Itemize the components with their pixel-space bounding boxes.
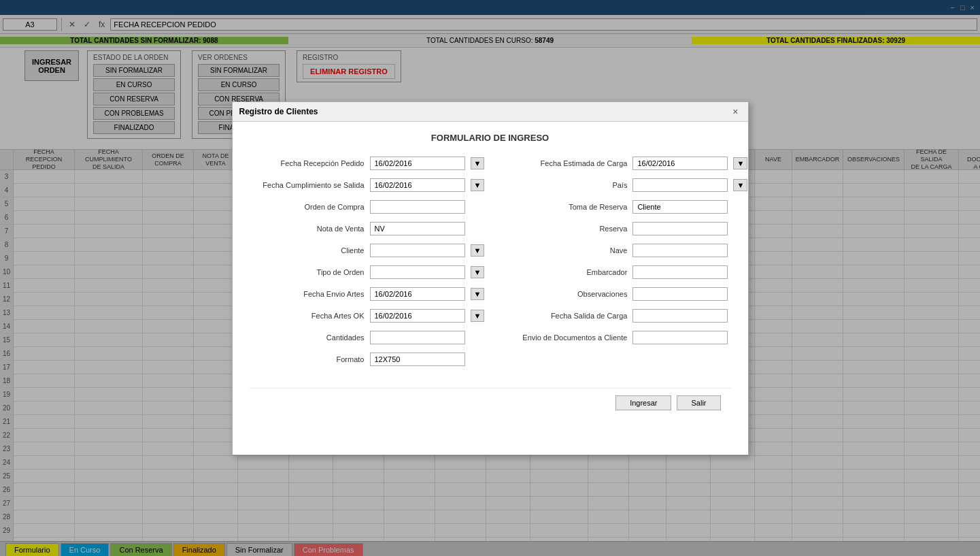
envio-docs-label: Envio de Documentos a Cliente (511, 333, 627, 342)
pais-dropdown-icon[interactable]: ▼ (733, 179, 747, 191)
orden-compra-input[interactable] (370, 200, 465, 214)
formato-input[interactable] (370, 353, 465, 366)
fecha-estimada-input[interactable] (632, 157, 728, 170)
fecha-artes-ok-label: Fecha Artes OK (249, 312, 365, 320)
fecha-artes-ok-dropdown-icon[interactable]: ▼ (471, 310, 485, 322)
fecha-salida-input[interactable] (632, 309, 728, 323)
fecha-cumplimiento-dropdown-icon[interactable]: ▼ (471, 179, 485, 191)
toma-reserva-label: Toma de Reserva (511, 203, 627, 211)
form-row-toma-reserva: Toma de Reserva (511, 200, 747, 214)
reserva-input[interactable] (632, 222, 728, 235)
observaciones-input[interactable] (632, 287, 728, 301)
cantidades-input[interactable] (370, 331, 465, 344)
cantidades-label: Cantidades (249, 333, 365, 342)
form-row-pais: País ▼ (511, 178, 747, 192)
form-actions: Ingresar Salir (249, 388, 732, 417)
nota-venta-label: Nota de Venta (249, 225, 365, 233)
fecha-recepcion-input[interactable] (370, 157, 465, 170)
form-row-reserva: Reserva (511, 222, 747, 235)
fecha-envio-artes-dropdown-icon[interactable]: ▼ (471, 288, 485, 300)
form-row-fecha-envio-artes: Fecha Envio Artes ▼ (249, 287, 485, 301)
form-row-fecha-cumplimiento: Fecha Cumplimiento se Salida ▼ (249, 178, 485, 192)
tipo-orden-input[interactable] (370, 265, 465, 279)
pais-label: País (511, 181, 627, 189)
pais-input[interactable] (632, 178, 728, 192)
fecha-recepcion-label: Fecha Recepción Pedido (249, 159, 365, 167)
form-title: FORMULARIO DE INGRESO (249, 133, 732, 143)
form-row-cliente: Cliente ▼ (249, 244, 485, 257)
modal-titlebar: Registro de Clientes × (233, 102, 748, 122)
form-columns: Fecha Recepción Pedido ▼ Fecha Cumplimie… (249, 157, 732, 374)
fecha-estimada-label: Fecha Estimada de Carga (511, 159, 627, 167)
form-right-col: Fecha Estimada de Carga ▼ País ▼ Toma de… (511, 157, 747, 374)
observaciones-label: Observaciones (511, 290, 627, 298)
fecha-cumplimiento-input[interactable] (370, 178, 465, 192)
fecha-cumplimiento-label: Fecha Cumplimiento se Salida (249, 181, 365, 189)
envio-docs-input[interactable] (632, 331, 728, 344)
form-left-col: Fecha Recepción Pedido ▼ Fecha Cumplimie… (249, 157, 485, 374)
reserva-label: Reserva (511, 225, 627, 233)
formato-label: Formato (249, 355, 365, 363)
nota-venta-input[interactable] (370, 222, 465, 235)
cliente-dropdown-icon[interactable]: ▼ (471, 244, 485, 257)
form-row-orden-compra: Orden de Compra (249, 200, 485, 214)
tipo-orden-label: Tipo de Orden (249, 268, 365, 276)
fecha-estimada-dropdown-icon[interactable]: ▼ (733, 157, 747, 169)
tipo-orden-dropdown-icon[interactable]: ▼ (471, 266, 485, 278)
fecha-artes-ok-input[interactable] (370, 309, 465, 323)
embarcador-label: Embarcador (511, 268, 627, 276)
form-row-observaciones: Observaciones (511, 287, 747, 301)
form-row-envio-docs: Envio de Documentos a Cliente (511, 331, 747, 344)
registro-clientes-modal: Registro de Clientes × FORMULARIO DE ING… (232, 101, 749, 455)
form-row-fecha-recepcion: Fecha Recepción Pedido ▼ (249, 157, 485, 170)
cliente-label: Cliente (249, 246, 365, 255)
cliente-input[interactable] (370, 244, 465, 257)
nave-input[interactable] (632, 244, 728, 257)
form-row-fecha-artes-ok: Fecha Artes OK ▼ (249, 309, 485, 323)
fecha-envio-artes-label: Fecha Envio Artes (249, 290, 365, 298)
nave-label: Nave (511, 246, 627, 255)
form-row-formato: Formato (249, 353, 485, 366)
fecha-salida-label: Fecha Salida de Carga (511, 312, 627, 320)
fecha-recepcion-dropdown-icon[interactable]: ▼ (471, 157, 485, 169)
form-row-fecha-estimada: Fecha Estimada de Carga ▼ (511, 157, 747, 170)
embarcador-input[interactable] (632, 265, 728, 279)
modal-close-button[interactable]: × (730, 106, 741, 117)
modal-body: FORMULARIO DE INGRESO Fecha Recepción Pe… (233, 122, 748, 428)
form-row-tipo-orden: Tipo de Orden ▼ (249, 265, 485, 279)
modal-title: Registro de Clientes (239, 107, 318, 116)
toma-reserva-input[interactable] (632, 200, 728, 214)
fecha-envio-artes-input[interactable] (370, 287, 465, 301)
form-row-cantidades: Cantidades (249, 331, 485, 344)
salir-button[interactable]: Salir (677, 395, 720, 410)
modal-overlay: Registro de Clientes × FORMULARIO DE ING… (0, 0, 980, 556)
form-row-nave: Nave (511, 244, 747, 257)
form-row-fecha-salida: Fecha Salida de Carga (511, 309, 747, 323)
form-row-nota-venta: Nota de Venta (249, 222, 485, 235)
form-row-embarcador: Embarcador (511, 265, 747, 279)
orden-compra-label: Orden de Compra (249, 203, 365, 211)
ingresar-button[interactable]: Ingresar (615, 395, 671, 410)
